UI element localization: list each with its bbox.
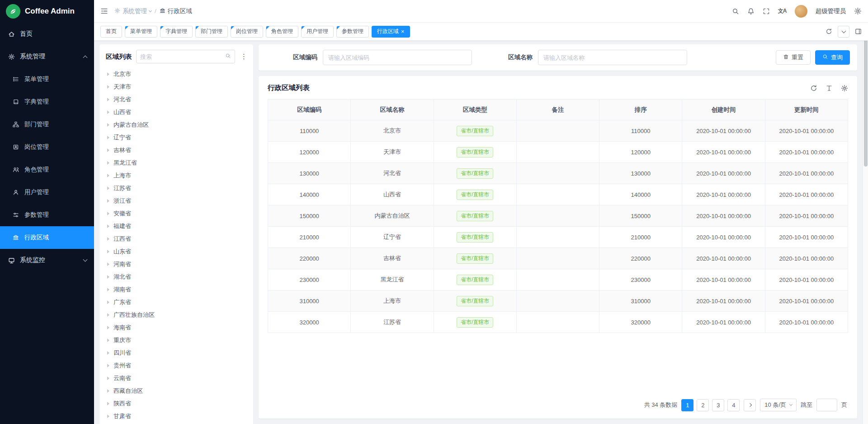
expand-arrow-icon[interactable] (107, 262, 109, 266)
scrollbar[interactable] (863, 23, 868, 424)
tab[interactable]: 角色管理 × (266, 26, 298, 38)
expand-arrow-icon[interactable] (107, 275, 109, 279)
expand-arrow-icon[interactable] (107, 389, 109, 393)
tree-item[interactable]: 江苏省 (99, 182, 253, 195)
tree-item[interactable]: 广西壮族自治区 (99, 309, 253, 321)
expand-arrow-icon[interactable] (107, 351, 109, 355)
avatar[interactable] (795, 5, 807, 18)
translate-icon[interactable]: 文A (778, 7, 787, 15)
expand-arrow-icon[interactable] (107, 338, 109, 342)
page-button[interactable]: 2 (697, 399, 709, 411)
tree-item[interactable]: 浙江省 (99, 195, 253, 207)
collapse-sidebar-icon[interactable] (100, 7, 108, 15)
tab[interactable]: 菜单管理 × (125, 26, 157, 38)
sidebar-item-dept-management[interactable]: 部门管理 (0, 113, 94, 136)
column-settings-gear-icon[interactable] (841, 85, 848, 92)
expand-arrow-icon[interactable] (107, 72, 109, 76)
tree-item[interactable]: 福建省 (99, 220, 253, 233)
sidebar-item-post-management[interactable]: 岗位管理 (0, 136, 94, 158)
expand-arrow-icon[interactable] (107, 402, 109, 405)
username[interactable]: 超级管理员 (816, 7, 846, 15)
scrollbar-thumb[interactable] (864, 31, 868, 167)
tree-item[interactable]: 海南省 (99, 321, 253, 334)
expand-arrow-icon[interactable] (107, 237, 109, 241)
tab-options-dropdown[interactable] (838, 26, 849, 38)
settings-gear-icon[interactable] (854, 7, 862, 15)
expand-arrow-icon[interactable] (107, 98, 109, 101)
fullscreen-icon[interactable] (763, 8, 770, 15)
expand-arrow-icon[interactable] (107, 110, 109, 114)
region-name-input[interactable] (538, 50, 687, 65)
expand-arrow-icon[interactable] (107, 174, 109, 177)
tree-item[interactable]: 甘肃省 (99, 410, 253, 423)
page-button[interactable]: 1 (681, 399, 693, 411)
tree-item[interactable]: 安徽省 (99, 207, 253, 220)
tree-item[interactable]: 上海市 (99, 169, 253, 182)
page-button[interactable]: 4 (727, 399, 740, 411)
tree-item[interactable]: 内蒙古自治区 (99, 119, 253, 131)
expand-arrow-icon[interactable] (107, 123, 109, 127)
expand-arrow-icon[interactable] (107, 85, 109, 89)
tree-item[interactable]: 山东省 (99, 245, 253, 258)
tree-item[interactable]: 天津市 (99, 81, 253, 93)
tree-item[interactable]: 重庆市 (99, 334, 253, 347)
sidebar-item-system-management[interactable]: 系统管理 (0, 45, 94, 68)
sidebar-item-user-management[interactable]: 用户管理 (0, 181, 94, 204)
more-options-icon[interactable]: ⋮ (239, 52, 249, 61)
row-height-icon[interactable] (826, 85, 833, 92)
expand-arrow-icon[interactable] (107, 250, 109, 253)
tree-item[interactable]: 吉林省 (99, 144, 253, 157)
tab[interactable]: 行政区域 × (372, 26, 410, 38)
tree-item[interactable]: 西藏自治区 (99, 385, 253, 397)
search-icon[interactable] (225, 53, 231, 60)
expand-arrow-icon[interactable] (107, 186, 109, 190)
breadcrumb-item-system[interactable]: 系统管理 (114, 7, 151, 15)
expand-arrow-icon[interactable] (107, 313, 109, 317)
tree-item[interactable]: 湖北省 (99, 271, 253, 283)
expand-arrow-icon[interactable] (107, 224, 109, 228)
expand-arrow-icon[interactable] (107, 364, 109, 367)
tree-item[interactable]: 四川省 (99, 347, 253, 359)
layout-panel-icon[interactable] (855, 28, 862, 35)
tab[interactable]: 岗位管理 × (231, 26, 263, 38)
sidebar-item-region[interactable]: 行政区域 (0, 226, 94, 249)
reset-button[interactable]: 重置 (776, 50, 811, 65)
tree-item[interactable]: 河南省 (99, 258, 253, 271)
tab-close-icon[interactable]: × (401, 29, 405, 34)
sidebar-item-menu-management[interactable]: 菜单管理 (0, 68, 94, 91)
expand-arrow-icon[interactable] (107, 148, 109, 152)
expand-arrow-icon[interactable] (107, 161, 109, 165)
sidebar-item-home[interactable]: 首页 (0, 23, 94, 45)
sidebar-item-role-management[interactable]: 角色管理 (0, 158, 94, 181)
expand-arrow-icon[interactable] (107, 136, 109, 139)
page-button[interactable]: 3 (712, 399, 724, 411)
expand-arrow-icon[interactable] (107, 326, 109, 329)
search-icon[interactable] (732, 8, 739, 15)
expand-arrow-icon[interactable] (107, 376, 109, 380)
jump-page-input[interactable] (816, 399, 837, 411)
tree-item[interactable]: 山西省 (99, 106, 253, 119)
tree-item[interactable]: 黑龙江省 (99, 157, 253, 169)
next-page-button[interactable] (744, 399, 756, 411)
tree-item[interactable]: 北京市 (99, 68, 253, 81)
tree-item[interactable]: 广东省 (99, 296, 253, 309)
expand-arrow-icon[interactable] (107, 300, 109, 304)
tab[interactable]: 部门管理 × (195, 26, 228, 38)
tab[interactable]: 字典管理 × (160, 26, 193, 38)
tab[interactable]: 首页 × (100, 26, 122, 38)
expand-arrow-icon[interactable] (107, 288, 109, 291)
tree-item[interactable]: 湖南省 (99, 283, 253, 296)
refresh-icon[interactable] (826, 28, 832, 35)
sidebar-item-system-monitor[interactable]: 系统监控 (0, 249, 94, 272)
expand-arrow-icon[interactable] (107, 414, 109, 418)
tree-item[interactable]: 贵州省 (99, 359, 253, 372)
expand-arrow-icon[interactable] (107, 199, 109, 203)
bell-icon[interactable] (747, 8, 755, 15)
tab[interactable]: 用户管理 × (301, 26, 334, 38)
tree-item[interactable]: 江西省 (99, 233, 253, 245)
tree-search-input[interactable] (140, 53, 225, 60)
tree-item[interactable]: 陕西省 (99, 397, 253, 410)
tree-item[interactable]: 辽宁省 (99, 131, 253, 144)
expand-arrow-icon[interactable] (107, 212, 109, 215)
tree-item[interactable]: 云南省 (99, 372, 253, 385)
